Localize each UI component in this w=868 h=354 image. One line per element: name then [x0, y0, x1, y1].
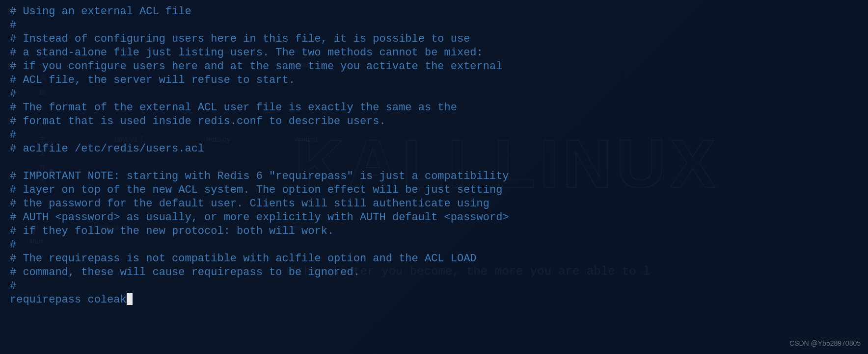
- code-line: #: [10, 279, 858, 293]
- code-line-with-cursor: requirepass coleak: [10, 293, 858, 307]
- code-line: # The requirepass is not compatible with…: [10, 252, 858, 266]
- code-line: # if you configure users here and at the…: [10, 60, 858, 74]
- text-editor-viewport[interactable]: # Using an external ACL file # # Instead…: [0, 0, 868, 354]
- code-text: requirepass coleak: [10, 294, 127, 306]
- code-line: # The format of the external ACL user fi…: [10, 101, 858, 115]
- code-line: # layer on top of the new ACL system. Th…: [10, 183, 858, 197]
- code-line: #: [10, 87, 858, 101]
- code-line: #: [10, 19, 858, 32]
- code-line: #: [10, 238, 858, 252]
- code-line: #: [10, 128, 858, 142]
- code-line: # format that is used inside redis.conf …: [10, 115, 858, 128]
- code-line: # a stand-alone file just listing users.…: [10, 46, 858, 60]
- code-line: # aclfile /etc/redis/users.acl: [10, 142, 858, 156]
- code-line: # IMPORTANT NOTE: starting with Redis 6 …: [10, 170, 858, 183]
- code-line: # command, these will cause requirepass …: [10, 266, 858, 279]
- blank-line: [10, 156, 858, 170]
- code-line: # the password for the default user. Cli…: [10, 197, 858, 211]
- text-cursor: [127, 293, 133, 305]
- code-line: # AUTH <password> as usually, or more ex…: [10, 211, 858, 225]
- code-line: # Using an external ACL file: [10, 5, 858, 19]
- code-line: # ACL file, the server will refuse to st…: [10, 74, 858, 87]
- code-line: # if they follow the new protocol: both …: [10, 225, 858, 238]
- code-line: # Instead of configuring users here in t…: [10, 32, 858, 46]
- watermark-text: CSDN @Yb528970805: [789, 336, 861, 350]
